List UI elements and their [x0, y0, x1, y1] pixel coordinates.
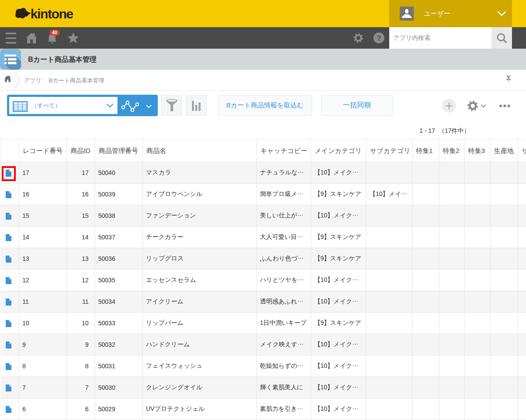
svg-text:?: ? — [377, 34, 381, 43]
svg-text:kintone: kintone — [31, 7, 74, 21]
